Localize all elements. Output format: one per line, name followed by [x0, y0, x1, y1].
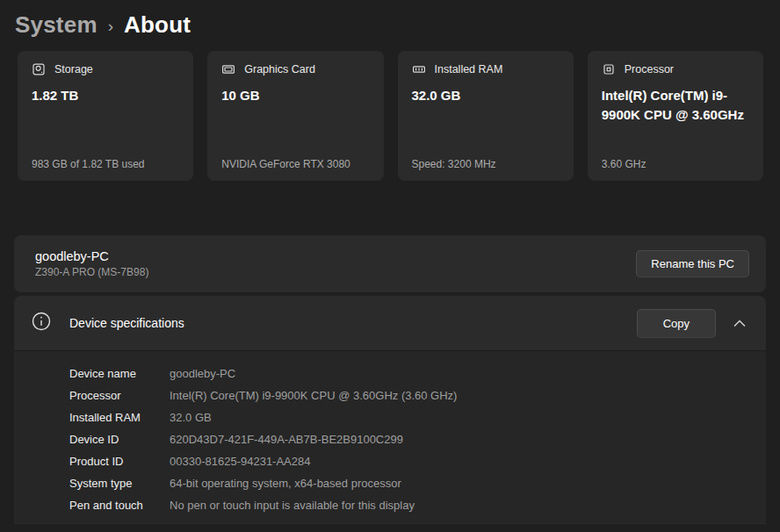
storage-icon [32, 62, 46, 76]
pc-model: Z390-A PRO (MS-7B98) [35, 266, 148, 278]
ram-card: Installed RAM 32.0 GB Speed: 3200 MHz [398, 51, 574, 181]
spec-value: No pen or touch input is available for t… [170, 499, 766, 512]
spec-label: System type [69, 477, 170, 490]
device-specifications-title: Device specifications [69, 316, 637, 330]
spec-value: 64-bit operating system, x64-based proce… [170, 477, 766, 490]
storage-card-label: Storage [54, 63, 93, 75]
spec-label: Pen and touch [69, 499, 170, 512]
spec-row-installed-ram: Installed RAM 32.0 GB [69, 406, 766, 428]
spec-value: 00330-81625-94231-AA284 [170, 455, 766, 468]
spec-row-product-id: Product ID 00330-81625-94231-AA284 [69, 450, 766, 472]
cpu-icon [602, 62, 616, 76]
summary-cards-row: Storage 1.82 TB 983 GB of 1.82 TB used G… [18, 51, 763, 181]
device-specifications-header[interactable]: Device specifications Copy [14, 296, 766, 350]
page-title: About [124, 11, 191, 39]
pc-name-card: goodleby-PC Z390-A PRO (MS-7B98) Rename … [14, 235, 766, 292]
graphics-card-label: Graphics Card [244, 63, 315, 75]
spec-value: 620D43D7-421F-449A-AB7B-BE2B9100C299 [170, 433, 766, 446]
ram-card-value: 32.0 GB [412, 86, 560, 105]
chevron-up-icon[interactable] [731, 314, 748, 332]
storage-card-detail: 983 GB of 1.82 TB used [32, 158, 179, 170]
spec-label: Installed RAM [69, 411, 170, 424]
spec-row-device-name: Device name goodleby-PC [69, 363, 766, 385]
spec-label: Device name [69, 367, 170, 380]
ram-card-detail: Speed: 3200 MHz [412, 158, 560, 170]
device-specifications-card: Device specifications Copy Device name g… [14, 296, 766, 524]
processor-card: Processor Intel(R) Core(TM) i9-9900K CPU… [588, 51, 763, 181]
ram-card-label: Installed RAM [435, 63, 503, 75]
gpu-icon [221, 62, 235, 76]
spec-label: Processor [69, 389, 170, 402]
pc-name: goodleby-PC [35, 249, 148, 263]
info-icon [32, 312, 51, 334]
ram-icon [412, 62, 426, 76]
device-specifications-body: Device name goodleby-PC Processor Intel(… [14, 350, 766, 523]
processor-card-label: Processor [625, 63, 674, 75]
copy-button[interactable]: Copy [637, 309, 716, 338]
spec-value: goodleby-PC [170, 367, 766, 380]
spec-value: Intel(R) Core(TM) i9-9900K CPU @ 3.60GHz… [170, 389, 766, 402]
graphics-card-detail: NVIDIA GeForce RTX 3080 [221, 158, 369, 170]
breadcrumb: System › About [0, 0, 780, 39]
graphics-card-card: Graphics Card 10 GB NVIDIA GeForce RTX 3… [207, 51, 383, 181]
spec-row-device-id: Device ID 620D43D7-421F-449A-AB7B-BE2B91… [69, 428, 766, 450]
rename-pc-button[interactable]: Rename this PC [636, 250, 749, 277]
processor-card-value: Intel(R) Core(TM) i9-9900K CPU @ 3.60GHz [602, 86, 749, 125]
breadcrumb-system[interactable]: System [15, 11, 98, 39]
spec-label: Device ID [69, 433, 170, 446]
spec-row-system-type: System type 64-bit operating system, x64… [69, 472, 766, 494]
storage-card-value: 1.82 TB [32, 86, 179, 105]
spec-label: Product ID [69, 455, 170, 468]
graphics-card-value: 10 GB [221, 86, 369, 105]
spec-row-processor: Processor Intel(R) Core(TM) i9-9900K CPU… [69, 385, 766, 406]
breadcrumb-chevron-icon: › [108, 17, 113, 36]
pc-name-block: goodleby-PC Z390-A PRO (MS-7B98) [35, 249, 148, 278]
processor-card-detail: 3.60 GHz [602, 158, 749, 170]
spec-row-pen-and-touch: Pen and touch No pen or touch input is a… [69, 494, 766, 516]
storage-card: Storage 1.82 TB 983 GB of 1.82 TB used [18, 51, 193, 181]
spec-value: 32.0 GB [170, 411, 766, 424]
